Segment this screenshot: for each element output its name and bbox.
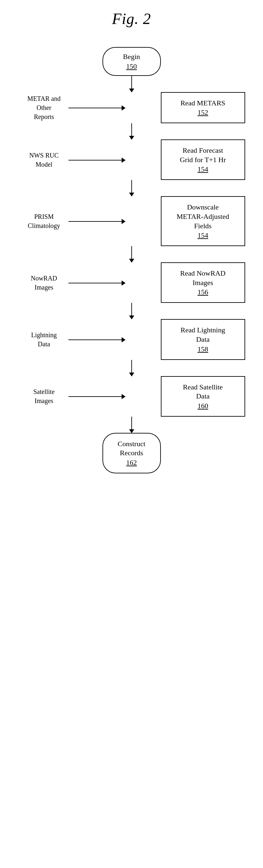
side-label-nowrad: NowRADImages (18, 274, 70, 292)
arrow-1 (132, 123, 132, 140)
read-metars-number: 152 (171, 108, 235, 117)
arrow-2 (132, 180, 132, 196)
read-lightning-row: LightningData Read LightningData 158 (18, 319, 245, 360)
arrow-0 (132, 76, 132, 92)
read-lightning-number: 158 (171, 345, 235, 353)
downscale-number: 154 (171, 231, 235, 240)
read-nowrad-number: 156 (171, 288, 235, 297)
side-label-metars: METAR andOtherReports (18, 94, 70, 121)
side-arrow-metars (68, 107, 125, 108)
read-metars-node: Read METARS 152 (161, 92, 245, 124)
arrow-3 (132, 246, 132, 262)
construct-records-number: 162 (116, 459, 147, 467)
construct-records-label: ConstructRecords (116, 439, 147, 458)
read-satellite-number: 160 (171, 402, 235, 410)
read-lightning-label: Read LightningData (171, 326, 235, 344)
arrow-5 (132, 360, 132, 376)
begin-wrapper: Begin 150 (18, 47, 245, 76)
construct-records-node: ConstructRecords 162 (103, 433, 161, 473)
figure-title: Fig. 2 (112, 10, 151, 28)
read-metars-row: METAR andOtherReports Read METARS 152 (18, 92, 245, 124)
side-label-lightning: LightningData (18, 331, 70, 348)
read-satellite-node: Read SatelliteData 160 (161, 376, 245, 417)
read-satellite-row: SatelliteImages Read SatelliteData 160 (18, 376, 245, 417)
arrow-6 (132, 417, 132, 433)
begin-node: Begin 150 (103, 47, 161, 76)
side-label-satellite: SatelliteImages (18, 387, 70, 405)
page: Fig. 2 Begin 150 METAR andOtherReports R… (0, 0, 263, 868)
downscale-node: DownscaleMETAR-AdjustedFields 154 (161, 196, 245, 246)
side-arrow-forecast (68, 160, 125, 160)
read-nowrad-label: Read NowRADImages (171, 269, 235, 287)
arrow-4 (132, 303, 132, 319)
read-forecast-node: Read ForecastGrid for T+1 Hr 154 (161, 140, 245, 180)
side-arrow-nowrad (68, 283, 125, 283)
read-forecast-label: Read ForecastGrid for T+1 Hr (171, 146, 235, 164)
side-arrow-prism (68, 221, 125, 222)
read-lightning-node: Read LightningData 158 (161, 319, 245, 360)
downscale-label: DownscaleMETAR-AdjustedFields (171, 203, 235, 230)
side-arrow-lightning (68, 339, 125, 340)
downscale-row: PRISMClimatology DownscaleMETAR-Adjusted… (18, 196, 245, 246)
read-forecast-row: NWS RUCModel Read ForecastGrid for T+1 H… (18, 140, 245, 180)
side-label-prism: PRISMClimatology (18, 212, 70, 230)
construct-records-wrapper: ConstructRecords 162 (18, 433, 245, 473)
read-satellite-label: Read SatelliteData (171, 382, 235, 401)
read-metars-label: Read METARS (171, 99, 235, 108)
side-arrow-satellite (68, 396, 125, 397)
read-forecast-number: 154 (171, 165, 235, 174)
begin-number: 150 (116, 62, 147, 71)
read-nowrad-node: Read NowRADImages 156 (161, 262, 245, 303)
begin-label: Begin (116, 52, 147, 62)
side-label-forecast: NWS RUCModel (18, 151, 70, 169)
read-nowrad-row: NowRADImages Read NowRADImages 156 (18, 262, 245, 303)
flowchart-container: Begin 150 METAR andOtherReports Read MET… (18, 47, 245, 473)
